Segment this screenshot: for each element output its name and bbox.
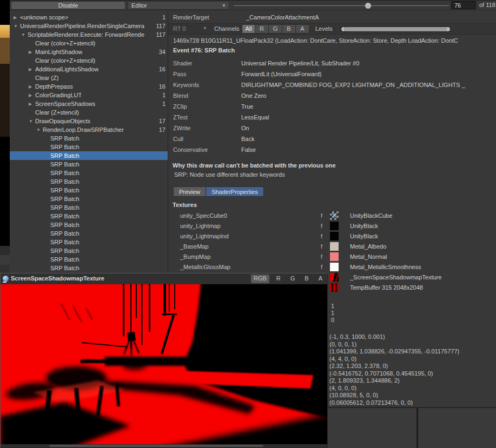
tab-shaderproperties[interactable]: ShaderProperties xyxy=(206,186,264,197)
texture-row[interactable]: _BumpMapfMetal_Normal xyxy=(168,252,496,262)
property-label: ZClip xyxy=(168,103,241,110)
float-value: 1 xyxy=(331,303,334,310)
tree-row[interactable]: SRP Batch xyxy=(10,177,168,186)
preview-channel-g-button[interactable]: G xyxy=(288,275,298,283)
tree-row[interactable]: SRP Batch xyxy=(10,151,168,160)
tree-row[interactable]: ▼DrawOpaqueObjects17 xyxy=(10,117,168,125)
chevron-right-icon[interactable]: ▶ xyxy=(29,84,35,89)
tree-row[interactable]: Clear (color+Z+stencil) xyxy=(10,56,168,65)
chevron-right-icon[interactable]: ▶ xyxy=(29,50,35,55)
tree-row[interactable]: ▶ColorGradingLUT1 xyxy=(10,91,168,99)
target-selector-label: Editor xyxy=(131,2,147,9)
preview-channel-a-button[interactable]: A xyxy=(316,275,325,283)
chevron-down-icon[interactable]: ▼ xyxy=(21,32,28,37)
texture-row[interactable]: unity_SpecCube0fUnityBlackCube xyxy=(168,211,496,221)
preview-title: ScreenSpaceShadowmapTexture xyxy=(11,275,104,282)
channel-b-button[interactable]: B xyxy=(282,24,296,34)
tree-row-count: 117 xyxy=(156,31,168,38)
event-tree[interactable]: ▶<unknown scope>1▼UniversalRenderPipelin… xyxy=(10,10,168,273)
render-target-toolbar: RT 0 ▼ Channels AllRGBA Levels xyxy=(168,23,496,35)
texture-row[interactable]: _MetallicGlossMapfMetal_MetallicSmoothne… xyxy=(168,262,496,272)
tree-row[interactable]: SRP Batch xyxy=(10,255,168,264)
texture-thumbnail[interactable] xyxy=(330,232,339,240)
tree-row[interactable]: ▶AdditionalLightsShadow16 xyxy=(10,65,168,73)
preview-horizontal-scrollbar[interactable] xyxy=(1,444,327,447)
texture-row[interactable]: _BaseMapfMetal_Albedo xyxy=(168,242,496,252)
texture-thumbnail[interactable] xyxy=(330,283,339,292)
tree-row[interactable]: SRP Batch xyxy=(10,160,168,169)
event-slider[interactable] xyxy=(234,1,449,10)
tree-row[interactable]: SRP Batch xyxy=(10,143,168,151)
property-value: DIRLIGHTMAP_COMBINED FOG_EXP2 LIGHTMAP_O… xyxy=(241,82,496,88)
render-target-label: RenderTarget xyxy=(173,14,209,21)
tree-row-count: 1 xyxy=(162,92,168,98)
target-selector-dropdown[interactable]: Editor ▼ xyxy=(128,1,229,10)
vector-value: (4, 4, 0, 0) xyxy=(329,356,459,363)
chevron-right-icon[interactable]: ▶ xyxy=(29,102,35,106)
tree-row-label: SRP Batch xyxy=(50,170,80,176)
tree-row[interactable]: SRP Batch xyxy=(10,220,168,229)
buffer-info-line: 1469x728 B10G11R11_UFloatPack32 (LoadAct… xyxy=(173,37,496,44)
tab-preview[interactable]: Preview xyxy=(173,186,206,197)
tree-row[interactable]: SRP Batch xyxy=(10,238,168,246)
tree-row[interactable]: ▼UniversalRenderPipeline.RenderSingleCam… xyxy=(10,22,168,30)
disable-button[interactable]: Disable xyxy=(11,1,125,10)
chevron-down-icon[interactable]: ▼ xyxy=(14,24,20,29)
texture-thumbnail[interactable] xyxy=(330,242,339,251)
shader-property-row: ZWriteOn xyxy=(168,123,496,133)
tree-row[interactable]: ▶<unknown scope>1 xyxy=(10,13,168,22)
channel-all-button[interactable]: All xyxy=(242,24,255,34)
event-slider-handle[interactable] xyxy=(365,3,371,9)
texture-thumbnail[interactable] xyxy=(330,273,339,282)
tree-row[interactable]: SRP Batch xyxy=(10,212,168,220)
channel-r-button[interactable]: R xyxy=(255,24,269,34)
tree-row[interactable]: Clear (Z+stencil) xyxy=(10,108,168,117)
tree-row[interactable]: Clear (color+Z+stencil) xyxy=(10,39,168,48)
tree-row[interactable]: SRP Batch xyxy=(10,229,168,238)
tree-row[interactable]: Clear (Z) xyxy=(10,73,168,82)
channel-g-button[interactable]: G xyxy=(269,24,282,34)
tree-row[interactable]: SRP Batch xyxy=(10,186,168,195)
tree-row[interactable]: ▼RenderLoop.DrawSRPBatcher17 xyxy=(10,125,168,134)
chevron-right-icon[interactable]: ▶ xyxy=(29,67,35,72)
texture-thumbnail[interactable] xyxy=(330,222,339,230)
texture-thumbnail[interactable] xyxy=(330,252,339,261)
chevron-right-icon[interactable]: ▶ xyxy=(29,93,35,98)
tree-row[interactable]: SRP Batch xyxy=(10,195,168,203)
chevron-right-icon[interactable]: ▶ xyxy=(14,15,20,20)
tree-row[interactable]: ▶DepthPrepass16 xyxy=(10,82,168,91)
preview-titlebar[interactable]: ScreenSpaceShadowmapTexture RGBRGBA xyxy=(1,273,327,284)
texture-row[interactable]: unity_LightmapIndfUnityBlack xyxy=(168,231,496,242)
texture-thumbnail[interactable] xyxy=(330,263,339,271)
background-panel-corner xyxy=(328,407,496,448)
tree-row-label: DrawOpaqueObjects xyxy=(35,118,90,124)
preview-channel-rgb-button[interactable]: RGB xyxy=(251,275,269,283)
tree-row[interactable]: ▶MainLightShadow34 xyxy=(10,48,168,56)
preview-scrollbar-thumb[interactable] xyxy=(49,445,263,447)
debugger-toolbar: Disable Editor ▼ of 118 xyxy=(10,0,496,10)
chevron-down-icon[interactable]: ▼ xyxy=(36,128,43,132)
event-number-input[interactable] xyxy=(451,1,476,9)
channel-a-button[interactable]: A xyxy=(296,24,309,34)
event-title: Event #76: SRP Batch xyxy=(173,47,235,54)
tree-row-label: Clear (Z) xyxy=(35,75,58,81)
render-target-value: _CameraColorAttachmentA xyxy=(246,14,319,21)
preview-channel-b-button[interactable]: B xyxy=(302,275,311,283)
tree-row[interactable]: ▶ScreenSpaceShadows1 xyxy=(10,99,168,108)
texture-thumbnail[interactable] xyxy=(330,211,339,220)
tree-row[interactable]: SRP Batch xyxy=(10,203,168,212)
preview-channel-r-button[interactable]: R xyxy=(274,275,283,283)
levels-slider[interactable] xyxy=(340,26,451,32)
tree-row[interactable]: SRP Batch xyxy=(10,134,168,143)
rt-index-dropdown[interactable]: RT 0 xyxy=(173,25,186,32)
levels-max-handle[interactable] xyxy=(447,27,450,31)
tree-row[interactable]: SRP Batch xyxy=(10,264,168,272)
chevron-down-icon[interactable]: ▼ xyxy=(29,119,35,124)
tree-row[interactable]: ▼ScriptableRenderer.Execute: ForwardRend… xyxy=(10,30,168,39)
background-panel-edge xyxy=(0,265,10,273)
texture-row[interactable]: unity_LightmapfUnityBlack xyxy=(168,221,496,231)
tree-row-label: MainLightShadow xyxy=(35,49,82,55)
tree-row[interactable]: SRP Batch xyxy=(10,169,168,177)
texture-property-name: _BumpMap xyxy=(180,253,210,260)
tree-row[interactable]: SRP Batch xyxy=(10,246,168,255)
